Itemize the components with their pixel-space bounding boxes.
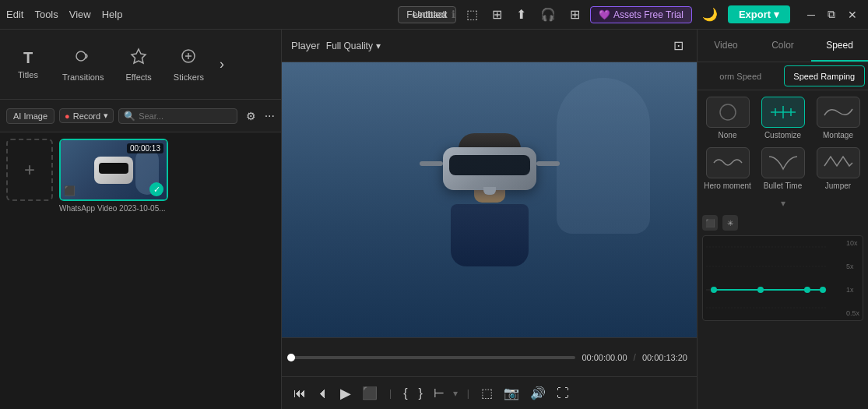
player-bottom: 00:00:00.00 / 00:00:13:20 [282, 337, 697, 376]
toolbar-stickers[interactable]: Stickers [164, 41, 213, 88]
speed-option-customize[interactable]: Customize [759, 97, 807, 139]
stickers-label: Stickers [174, 72, 204, 82]
customize-icon [761, 97, 805, 128]
filter-icon[interactable]: ⚙ [242, 108, 260, 124]
chevron-down-icon-2[interactable]: ▾ [453, 388, 458, 399]
quality-value: Full Quality [326, 41, 373, 51]
title-bar-left: Edit Tools View Help [6, 9, 398, 20]
rewind-button[interactable]: ⏮ [291, 384, 308, 403]
svg-point-12 [711, 287, 717, 293]
chevron-down-icon: ▾ [774, 9, 779, 20]
screen-button[interactable]: ⬚ [479, 383, 495, 403]
main-figure [443, 133, 536, 266]
separator-2: | [467, 388, 469, 399]
export-button[interactable]: Export ▾ [728, 5, 790, 23]
mark-out-button[interactable]: } [416, 384, 424, 403]
quality-select[interactable]: Full Quality ▾ [326, 41, 381, 51]
menu-tools[interactable]: Tools [34, 9, 58, 20]
toolbar-titles[interactable]: T Titles [6, 43, 50, 86]
player-label: Player [291, 40, 320, 51]
media-grid: + 00:00:13 ⬛ ✓ [0, 132, 281, 409]
tab-speed-ramping[interactable]: Speed Ramping [784, 65, 866, 86]
speed-options-grid: None Customize [698, 90, 868, 196]
expand-button[interactable]: ▾ [781, 198, 785, 209]
speed-option-bullet-time[interactable]: Bullet Time [759, 147, 807, 190]
right-tabs: Video Color Speed [698, 30, 868, 62]
toolbar-effects[interactable]: Effects [116, 41, 160, 88]
split-button[interactable]: ⊢ [431, 383, 447, 403]
minimize-button[interactable]: ─ [803, 6, 820, 23]
record-label: Record [73, 111, 100, 121]
titles-icon: T [23, 49, 33, 67]
toolbar-arrow[interactable]: › [216, 53, 227, 76]
moon-icon[interactable]: 🌙 [698, 5, 722, 23]
speed-option-none[interactable]: None [704, 97, 751, 139]
headphone-icon[interactable]: 🎧 [536, 5, 560, 23]
freeze-icon-2[interactable]: ✳ [722, 215, 738, 231]
export-label: Export [739, 9, 771, 20]
snapshot-button[interactable]: 📷 [501, 383, 522, 403]
record-chevron-icon: ▾ [104, 111, 108, 121]
menu-edit[interactable]: Edit [6, 9, 23, 20]
svg-marker-1 [132, 49, 146, 63]
fullscreen-button[interactable]: ⛶ [554, 384, 571, 403]
speed-graph-area: ⬛ ✳ 10x 5x 1x 0.5x [698, 210, 868, 409]
more-button[interactable]: ··· [265, 109, 275, 123]
progress-bar[interactable] [291, 356, 575, 359]
montage-label: Montage [823, 131, 853, 139]
speed-option-montage[interactable]: Montage [814, 97, 862, 139]
menu-help[interactable]: Help [102, 9, 123, 20]
separator-1: | [389, 388, 392, 399]
effects-icon [130, 48, 147, 69]
transitions-label: Transitions [62, 72, 104, 82]
jumper-icon [817, 147, 860, 178]
project-title: Untitled [413, 9, 447, 20]
layout-icon[interactable]: ⊞ [488, 5, 506, 23]
speed-option-hero-moment[interactable]: Hero moment [704, 147, 751, 190]
grid-icon[interactable]: ⊞ [566, 5, 584, 23]
time-separator: / [634, 352, 636, 363]
media-label: WhatsApp Video 2023-10-05... [59, 204, 168, 213]
graph-label-5x: 5x [846, 263, 859, 270]
step-back-button[interactable]: ⏴ [315, 384, 332, 403]
add-media-button[interactable]: + [6, 139, 53, 201]
background-figure [557, 78, 650, 234]
jumper-label: Jumper [825, 182, 851, 190]
restore-button[interactable]: ⧉ [823, 6, 840, 23]
progress-handle[interactable] [287, 354, 295, 361]
info-icon: ℹ [452, 9, 455, 20]
assets-label: Assets Free Trial [613, 9, 684, 20]
graph-labels: 10x 5x 1x 0.5x [846, 239, 859, 317]
mark-in-button[interactable]: { [401, 384, 409, 403]
ai-image-button[interactable]: AI Image [6, 108, 54, 124]
close-button[interactable]: ✕ [843, 6, 862, 23]
hero-moment-label: Hero moment [704, 182, 751, 190]
media-controls-bar: AI Image ● Record ▾ 🔍 ⚙ ··· [0, 100, 281, 132]
hero-moment-icon [706, 147, 750, 178]
share-icon[interactable]: ⬆ [512, 5, 530, 23]
player-video [282, 62, 697, 337]
fullscreen-icon[interactable]: ⊡ [669, 37, 687, 55]
stop-button[interactable]: ⬛ [360, 383, 380, 403]
effects-label: Effects [125, 72, 151, 82]
tab-video[interactable]: Video [698, 30, 754, 62]
freeze-icon-1[interactable]: ⬛ [702, 215, 718, 231]
audio-button[interactable]: 🔊 [528, 383, 548, 403]
list-item[interactable]: 00:00:13 ⬛ ✓ WhatsApp Video 2023-10-05..… [59, 139, 168, 403]
record-button-group[interactable]: ● Record ▾ [59, 108, 114, 123]
tab-speed[interactable]: Speed [811, 30, 868, 62]
search-input[interactable] [139, 111, 232, 121]
tab-normal-speed[interactable]: orm Speed [701, 65, 781, 86]
play-button[interactable]: ▶ [338, 383, 353, 404]
speed-option-jumper[interactable]: Jumper [814, 147, 862, 190]
assets-free-trial-button[interactable]: 💜 Assets Free Trial [590, 6, 692, 23]
toolbar-transitions[interactable]: Transitions [53, 41, 113, 88]
speed-graph-container[interactable]: 10x 5x 1x 0.5x [702, 235, 863, 321]
menu-view[interactable]: View [69, 9, 91, 20]
monitor-icon[interactable]: ⬚ [462, 5, 482, 23]
center-panel: Player Full Quality ▾ ⊡ [282, 30, 697, 409]
bullet-time-label: Bullet Time [764, 182, 802, 190]
customize-label: Customize [764, 131, 801, 139]
tab-color[interactable]: Color [754, 30, 811, 62]
video-scene [282, 62, 697, 337]
